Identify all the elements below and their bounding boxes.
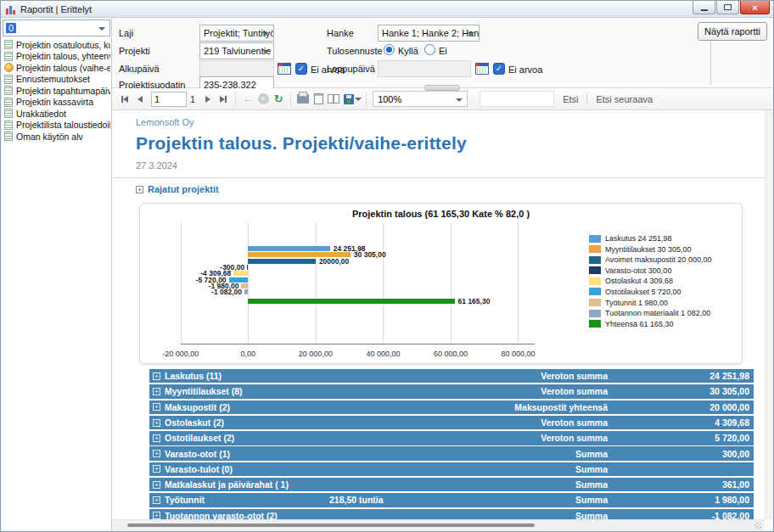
legend-item: Ostotilaukset 5 720,00 <box>589 288 735 296</box>
table-row-8[interactable]: +Matkalaskut ja päivärahat ( 1)Summa361,… <box>149 478 754 491</box>
expand-rajatut-projektit[interactable]: + Rajatut projektit <box>136 184 765 194</box>
ei-arvoa-checkbox-left[interactable]: ✓ <box>295 63 307 75</box>
title-bar: Raportit | Erittelyt × <box>1 1 773 18</box>
calendar-icon[interactable] <box>278 63 291 75</box>
sidebar-item-4[interactable]: Ennustemuutokset <box>3 74 110 86</box>
table-row-6[interactable]: +Varasto-otot (1)Summa300,00 <box>149 446 754 460</box>
sidebar-item-7[interactable]: Urakkatiedot <box>3 108 110 120</box>
horizontal-scrollbar-thumb[interactable] <box>127 524 535 527</box>
table-row-2[interactable]: +Myyntitilaukset (8)Veroton summa30 305,… <box>149 384 754 398</box>
expand-icon[interactable]: + <box>153 512 160 519</box>
row-value: 4 309,68 <box>715 417 749 428</box>
table-row-9[interactable]: +Työtunnit218,50 tuntiaSumma1 980,00 <box>149 493 754 507</box>
row-label: Myyntitilaukset (8) <box>165 386 243 396</box>
expand-icon[interactable]: + <box>153 372 160 380</box>
hanke-dropdown[interactable]: Hanke 1; Hanke 2; Hanke 3 <box>378 25 480 42</box>
sidebar-item-2[interactable]: Projektin talous, yhteenveto <box>3 51 110 63</box>
tulosennuste-kylla-radio[interactable] <box>384 44 395 55</box>
row-metric-label: Maksupostit yhteensä <box>514 402 608 412</box>
x-axis-tick-label: 80 000,00 <box>501 350 535 358</box>
report-toolbar: 1 ← × ↻ 100% Etsi <box>112 88 772 110</box>
page-setup-button[interactable] <box>326 92 341 107</box>
tulosennuste-ei-radio[interactable] <box>424 44 435 55</box>
bar-laskutus <box>248 246 329 251</box>
report-filter-combobox[interactable]: 0 <box>3 20 110 36</box>
close-button[interactable]: × <box>740 1 770 14</box>
loppupaiva-input[interactable] <box>378 60 471 77</box>
parameter-form: Laji Projektit; Tuntityöt Projekti 219 T… <box>112 18 772 88</box>
sidebar-item-label: Projektin tapahtumapäiväkirja <box>16 86 110 96</box>
legend-label: Myyntitilaukset 30 305,00 <box>605 245 692 254</box>
sidebar-item-label: Projektin osatuloutus, kulut <box>16 40 110 50</box>
projekti-dropdown[interactable]: 219 Talviunentie 254; 235 Ketu <box>199 42 274 59</box>
sidebar-item-8[interactable]: Projektilista taloustiedoilla <box>3 120 110 132</box>
table-row-4[interactable]: +Ostolaskut (2)Veroton summa4 309,68 <box>149 416 754 429</box>
back-button[interactable]: ← <box>240 92 255 107</box>
show-report-button[interactable]: Näytä raportti <box>698 22 767 41</box>
legend-label: Laskutus 24 251,98 <box>605 234 672 243</box>
table-row-1[interactable]: +Laskutus (11)Veroton summa24 251,98 <box>149 369 754 383</box>
report-filter-value: 0 <box>6 23 16 33</box>
laji-dropdown[interactable]: Projektit; Tuntityöt <box>199 25 274 42</box>
sidebar-item-label: Projektilista taloustiedoilla <box>16 120 110 130</box>
alkupaiva-label: Alkupäivä <box>119 64 160 74</box>
bar-ty-tunnit <box>241 283 248 288</box>
sidebar-item-5[interactable]: Projektin tapahtumapäiväkirja <box>3 85 110 97</box>
table-row-5[interactable]: +Ostotilaukset (2)Veroton summa5 720,00 <box>149 431 754 445</box>
print-layout-button[interactable] <box>311 92 326 107</box>
row-metric-label: Summa <box>575 464 608 474</box>
ei-arvoa-checkbox-right[interactable]: ✓ <box>493 63 505 75</box>
find-link[interactable]: Etsi <box>563 94 578 104</box>
row-label: Ostotilaukset (2) <box>165 433 234 443</box>
legend-item: Myyntitilaukset 30 305,00 <box>589 245 735 254</box>
print-button[interactable] <box>295 92 311 107</box>
calendar-icon[interactable] <box>475 63 489 75</box>
find-next-link[interactable]: Etsi seuraava <box>596 94 653 104</box>
current-page-input[interactable] <box>151 92 187 107</box>
sidebar-item-3[interactable]: Projektin talous (vaihe-erittely) <box>3 62 110 74</box>
maximize-button[interactable] <box>716 1 739 14</box>
laji-label: Laji <box>119 28 133 38</box>
vertical-scrollbar[interactable] <box>765 110 772 519</box>
legend-item: Työtunnit 1 980,00 <box>589 299 735 307</box>
expand-icon[interactable]: + <box>153 403 160 411</box>
legend-item: Tuotannon materiaalit 1 082,00 <box>589 309 735 317</box>
expand-icon[interactable]: + <box>153 465 160 473</box>
previous-page-button[interactable] <box>132 92 148 107</box>
table-row-7[interactable]: +Varasto-tulot (0)Summa <box>149 462 754 476</box>
sidebar-item-9[interactable]: Oman käytön alv <box>3 131 110 143</box>
row-metric-label: Veroton summa <box>541 386 608 396</box>
expand-icon[interactable]: + <box>153 434 160 442</box>
expand-icon[interactable]: + <box>153 496 160 504</box>
table-row-3[interactable]: +Maksupostit (2)Maksupostit yhteensä20 0… <box>149 400 754 414</box>
x-axis-tick-label: 40 000,00 <box>366 350 400 358</box>
export-dropdown-icon[interactable] <box>355 98 362 101</box>
chart-legend: Laskutus 24 251,98Myyntitilaukset 30 305… <box>589 219 735 358</box>
expand-icon[interactable]: + <box>153 481 160 489</box>
next-page-button[interactable] <box>200 92 216 107</box>
stop-button[interactable]: × <box>255 92 271 107</box>
find-text-input[interactable] <box>480 91 554 107</box>
ei-arvoa-label-right: Ei arvoa <box>508 64 542 75</box>
collapse-splitter-handle[interactable] <box>424 85 460 91</box>
minimize-button[interactable] <box>693 1 715 14</box>
first-page-button[interactable] <box>117 92 132 107</box>
alkupaiva-input[interactable] <box>199 60 274 77</box>
pie-icon <box>4 63 14 72</box>
zoom-select[interactable]: 100% <box>373 91 468 107</box>
sidebar-item-label: Oman käytön alv <box>16 132 83 142</box>
expand-icon[interactable]: + <box>153 450 160 457</box>
legend-item: Laskutus 24 251,98 <box>589 234 735 243</box>
report-icon <box>4 132 13 141</box>
last-page-button[interactable] <box>216 92 231 107</box>
bar-value-label: -1 082,00 <box>211 288 242 296</box>
sidebar-item-6[interactable]: Projektin kassavirta <box>3 97 110 109</box>
expand-icon[interactable]: + <box>153 388 160 395</box>
horizontal-scrollbar[interactable] <box>112 519 765 530</box>
chart-title: Projektin talous (61 165,30 Kate % 82,0 … <box>147 209 735 219</box>
row-metric-label: Summa <box>575 479 608 490</box>
refresh-button[interactable]: ↻ <box>271 92 286 107</box>
expand-icon[interactable]: + <box>153 419 160 427</box>
sidebar-item-1[interactable]: Projektin osatuloutus, kulut <box>3 39 110 51</box>
projekti-label: Projekti <box>119 46 150 56</box>
